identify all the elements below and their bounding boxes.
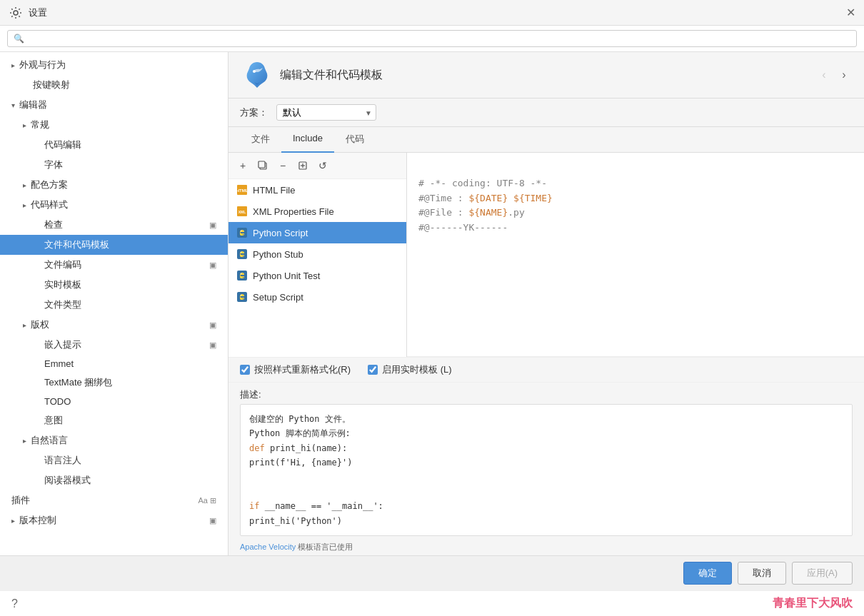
sidebar-item-reader-mode[interactable]: 阅读器模式: [0, 470, 228, 490]
checkbox-bar: 按照样式重新格式化(R) 启用实时模板 (L): [228, 357, 864, 383]
reformat-label: 按照样式重新格式化(R): [254, 363, 351, 376]
code-editor[interactable]: # -*- coding: UTF-8 -*- #@Time : ${DATE}…: [407, 153, 864, 357]
arrow-icon: ▸: [11, 517, 15, 525]
sidebar-item-general[interactable]: ▸常规: [0, 115, 228, 135]
svg-point-12: [241, 231, 241, 231]
sidebar-item-intentions[interactable]: 意图: [0, 410, 228, 430]
sidebar-item-language-injection[interactable]: 语言注人: [0, 450, 228, 470]
sidebar-item-fonts[interactable]: 字体: [0, 155, 228, 175]
tab-files[interactable]: 文件: [240, 127, 281, 153]
live-template-checkbox[interactable]: 启用实时模板 (L): [368, 363, 452, 376]
add-button[interactable]: +: [234, 157, 251, 174]
desc-line-7: if __name__ == '__main__':: [249, 499, 843, 513]
help-icon[interactable]: ?: [11, 597, 18, 610]
app-logo: [240, 58, 274, 92]
footer-watermark: ? 青春里下大风吹: [0, 590, 864, 616]
file-item-html-file[interactable]: HTMLHTML File: [228, 179, 406, 201]
bottom-bar: 确定 取消 应用(A): [0, 555, 864, 590]
reset-button[interactable]: ↺: [314, 157, 331, 174]
sidebar-item-todo[interactable]: TODO: [0, 393, 228, 410]
copy-icon[interactable]: [254, 157, 271, 174]
sidebar-item-label: TODO: [44, 396, 71, 407]
sidebar-item-label: 按键映射: [33, 79, 70, 91]
content-title: 编辑文件和代码模板: [280, 68, 383, 83]
file-item-xml-properties[interactable]: XMLXML Properties File: [228, 201, 406, 222]
file-label: Python Stub: [253, 249, 303, 260]
nav-back-button[interactable]: ‹: [815, 66, 833, 84]
desc-line-5: [249, 470, 843, 484]
file-label: HTML File: [253, 185, 295, 196]
sidebar-item-editor[interactable]: ▾编辑器: [0, 95, 228, 115]
sidebar-item-plugins[interactable]: 插件Aa ⊞: [0, 490, 228, 510]
search-input[interactable]: [7, 30, 857, 47]
sidebar: ▸外观与行为按键映射▾编辑器▸常规代码编辑字体▸配色方案▸代码样式检查▣文件和代…: [0, 52, 228, 555]
file-icon: [236, 269, 248, 282]
desc-line-8: print_hi('Python'): [249, 514, 843, 528]
desc-line-2: Python 脚本的简单示例:: [249, 426, 843, 440]
cancel-button[interactable]: 取消: [738, 562, 786, 585]
sidebar-item-code-editing[interactable]: 代码编辑: [0, 135, 228, 155]
sidebar-item-label: 插件: [11, 494, 30, 507]
reformat-input[interactable]: [240, 365, 250, 375]
tab-code[interactable]: 代码: [334, 127, 376, 153]
reformat-checkbox[interactable]: 按照样式重新格式化(R): [240, 363, 351, 376]
sidebar-item-label: 实时模板: [44, 278, 81, 291]
apache-link[interactable]: Apache Velocity: [240, 542, 296, 551]
sidebar-item-file-types[interactable]: 文件类型: [0, 295, 228, 315]
nav-forward-button[interactable]: ›: [835, 66, 853, 84]
scheme-select[interactable]: 默认: [276, 104, 376, 121]
sidebar-badge: ▣: [209, 516, 216, 525]
sidebar-item-label: 自然语言: [31, 434, 68, 447]
description-label: 描述:: [240, 388, 853, 401]
desc-line-3: def print_hi(name):: [249, 441, 843, 455]
content-area: 编辑文件和代码模板 ‹ › 方案： 默认 文件Include代码 +: [228, 52, 864, 555]
sidebar-item-natural-language[interactable]: ▸自然语言: [0, 430, 228, 450]
sidebar-item-label: TextMate 捆绑包: [44, 376, 112, 389]
sidebar-item-label: 嵌入提示: [44, 338, 81, 351]
file-item-python-stub[interactable]: Python Stub: [228, 243, 406, 265]
sidebar-item-label: 外观与行为: [19, 59, 66, 71]
sidebar-item-live-templates[interactable]: 实时模板: [0, 275, 228, 295]
sidebar-item-label: 常规: [31, 118, 49, 131]
code-panel: # -*- coding: UTF-8 -*- #@Time : ${DATE}…: [407, 153, 864, 357]
tabs-bar: 文件Include代码: [228, 127, 864, 153]
svg-point-21: [241, 295, 241, 296]
sidebar-item-file-code-templates[interactable]: 文件和代码模板: [0, 235, 228, 255]
sidebar-item-appearance[interactable]: ▸外观与行为: [0, 55, 228, 75]
search-bar: [0, 26, 864, 52]
sidebar-item-inspections[interactable]: 检查▣: [0, 215, 228, 235]
live-template-input[interactable]: [368, 365, 378, 375]
description-area: 描述: 创建空的 Python 文件。 Python 脚本的简单示例: def …: [228, 383, 864, 539]
arrow-icon: ▸: [23, 181, 26, 189]
sidebar-item-inlay-hints[interactable]: 嵌入提示▣: [0, 335, 228, 355]
sidebar-item-copyright[interactable]: ▸版权▣: [0, 315, 228, 335]
arrow-icon: ▸: [23, 121, 26, 129]
ok-button[interactable]: 确定: [683, 562, 732, 585]
file-label: Python Script: [253, 228, 308, 238]
close-button[interactable]: ✕: [846, 6, 855, 19]
file-item-setup-script[interactable]: Setup Script: [228, 286, 406, 308]
file-item-python-unit-test[interactable]: Python Unit Test: [228, 265, 406, 286]
sidebar-item-file-encodings[interactable]: 文件编码▣: [0, 255, 228, 275]
file-item-python-script[interactable]: Python Script: [228, 222, 406, 243]
arrow-icon: ▸: [23, 201, 26, 209]
svg-text:XML: XML: [238, 210, 246, 214]
sidebar-item-label: 阅读器模式: [44, 474, 91, 487]
sidebar-item-keymap[interactable]: 按键映射: [0, 75, 228, 95]
sidebar-badge: Aa ⊞: [198, 496, 216, 505]
sidebar-item-label: 代码样式: [31, 198, 68, 211]
duplicate-button[interactable]: [294, 157, 311, 174]
arrow-icon: ▸: [11, 61, 15, 69]
description-box: 创建空的 Python 文件。 Python 脚本的简单示例: def prin…: [240, 404, 853, 536]
file-label: Python Unit Test: [253, 271, 320, 281]
remove-button[interactable]: −: [274, 157, 291, 174]
svg-point-0: [14, 11, 18, 15]
sidebar-item-color-scheme[interactable]: ▸配色方案: [0, 175, 228, 195]
sidebar-item-textmate[interactable]: TextMate 捆绑包: [0, 373, 228, 393]
sidebar-item-vcs[interactable]: ▸版本控制▣: [0, 510, 228, 530]
sidebar-item-code-style[interactable]: ▸代码样式: [0, 195, 228, 215]
apply-button[interactable]: 应用(A): [792, 562, 853, 585]
tab-include[interactable]: Include: [281, 127, 334, 153]
sidebar-item-emmet[interactable]: Emmet: [0, 355, 228, 373]
scheme-select-wrapper: 默认: [276, 104, 376, 121]
